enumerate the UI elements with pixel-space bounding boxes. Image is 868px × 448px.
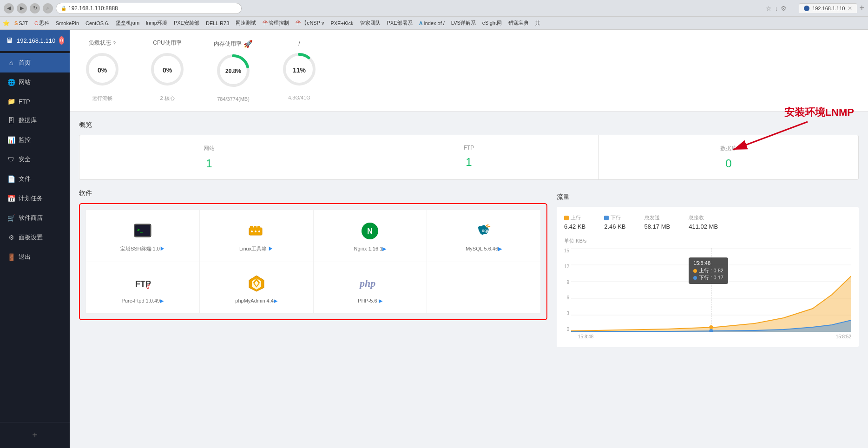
bookmark-dell[interactable]: DELL R73 (203, 20, 232, 27)
bookmark-label: 【eNSP v (302, 20, 324, 26)
bookmark-centos[interactable]: CentOS 6. (83, 20, 112, 27)
home-button[interactable]: ⌂ (43, 3, 53, 13)
traffic-stats-row: 上行 6.42 KB 下行 2.46 KB (564, 214, 851, 230)
bookmark-lnmp[interactable]: lnmp环境 (143, 19, 170, 27)
bookmark-pxe-install[interactable]: PXE安装部 (171, 19, 202, 27)
overview-website-label: 网站 (89, 145, 329, 152)
sidebar-item-label: 计划任务 (19, 194, 43, 203)
sidebar-item-home[interactable]: ⌂ 首页 (0, 53, 70, 72)
bookmark-speedtest[interactable]: 网速测试 (233, 19, 259, 27)
url-text: 192.168.1.110:8888 (68, 5, 118, 12)
bookmarks-icon: ⭐ (3, 20, 10, 26)
sidebar-item-label: 网站 (19, 78, 31, 86)
rocket-icon: 🚀 (243, 40, 253, 48)
gauge-mem: 20.8% (215, 52, 252, 91)
settings-icon[interactable]: ⚙ (781, 5, 787, 12)
bookmark-sjt[interactable]: S SJT (12, 20, 31, 27)
bookmark-mgmt[interactable]: 华 管理控制 (260, 19, 292, 27)
overview-ftp-label: FTP (349, 145, 589, 151)
sidebar-item-store[interactable]: 🛒 软件商店 (0, 208, 70, 228)
sidebar-add-button[interactable]: + (0, 422, 70, 448)
nginx-icon: N (359, 220, 381, 242)
bookmark-hunter[interactable]: 猎寇宝典 (506, 19, 532, 27)
bookmark-more[interactable]: 其 (533, 19, 543, 27)
shield-icon: 🛡 (7, 156, 15, 163)
refresh-button[interactable]: ↻ (30, 3, 40, 13)
software-linux-tools-label: Linux工具箱 ▶ (239, 245, 273, 252)
gauge-cpu: 0% (149, 51, 186, 89)
software-item-ssh[interactable]: >_ 宝塔SSH终端 1.0▶ (86, 210, 199, 262)
ftpd-icon: FTP d (132, 272, 154, 294)
software-mysql-label: MySQL 5.6.46▶ (466, 246, 502, 252)
stats-bar: 负载状态 ? 0% 运行流畅 CPU使用率 (70, 30, 868, 112)
star-icon[interactable]: ☆ (766, 5, 772, 12)
overview-title: 概览 (79, 121, 859, 129)
sidebar-item-security[interactable]: 🛡 安全 (0, 150, 70, 169)
bookmark-label: eSight网 (482, 20, 502, 26)
sidebar-item-database[interactable]: 🗄 数据库 (0, 111, 70, 130)
sidebar-item-files[interactable]: 📄 文件 (0, 169, 70, 189)
sidebar-item-monitor[interactable]: 📊 监控 (0, 130, 70, 150)
chart-y-axis: 15 12 9 6 3 0 (564, 248, 571, 332)
x-label-end: 15:8:52 (836, 334, 851, 339)
software-item-phpmyadmin[interactable]: phpMyAdmin 4.4▶ (200, 262, 313, 313)
overview-card-db[interactable]: 数据库 0 (599, 135, 858, 179)
sidebar-item-ftp[interactable]: 📁 FTP (0, 92, 70, 111)
files-icon: 📄 (7, 175, 15, 183)
svg-point-16 (255, 231, 256, 232)
sidebar-item-logout[interactable]: 🚪 退出 (0, 247, 70, 267)
bookmark-label: PXE安装部 (174, 20, 199, 26)
software-item-php[interactable]: php PHP-5.6 ▶ (314, 262, 427, 313)
bookmark-jumpserver[interactable]: 堡垒机jum (113, 19, 142, 27)
ftp-icon: 📁 (7, 98, 15, 105)
home-icon: ⌂ (7, 59, 15, 66)
bookmark-guanjia[interactable]: 管家团队 (357, 19, 383, 27)
overview-website-value: 1 (89, 157, 329, 170)
bookmark-cisco[interactable]: C 思科 (32, 19, 52, 27)
software-item-mysql[interactable]: SQL MySQL 5.6.46▶ (427, 210, 540, 262)
bookmark-ensp[interactable]: 华 【eNSP v (293, 19, 327, 27)
gauge-disk-text: 11% (293, 66, 306, 74)
bookmark-label: lnmp环境 (146, 20, 167, 26)
bookmark-lvs[interactable]: LVS详解系 (448, 19, 479, 27)
svg-text:N: N (368, 227, 373, 235)
sidebar-item-cron[interactable]: 📅 计划任务 (0, 189, 70, 208)
monitor-icon: 📊 (7, 136, 15, 144)
traffic-stat-total-recv: 总接收 411.02 MB (689, 214, 718, 230)
sidebar-item-panel-settings[interactable]: ⚙ 面板设置 (0, 228, 70, 247)
traffic-total-recv-label: 总接收 (689, 214, 718, 221)
chart-unit-label: 单位:KB/s (564, 237, 851, 244)
overview-card-ftp[interactable]: FTP 1 (339, 135, 598, 179)
bookmark-index[interactable]: A Index of / (416, 20, 447, 27)
forward-button[interactable]: ▶ (17, 3, 27, 13)
active-tab[interactable]: 192.168.1.110 ✕ (799, 3, 857, 13)
url-bar[interactable]: 🔒 192.168.1.110:8888 (56, 3, 242, 14)
notification-badge: 0 (59, 36, 64, 45)
question-icon[interactable]: ? (113, 40, 116, 46)
svg-text:>_: >_ (137, 227, 143, 233)
new-tab-button[interactable]: + (859, 3, 864, 13)
store-icon: 🛒 (7, 214, 15, 222)
svg-rect-13 (254, 226, 256, 229)
bookmark-label: 管家团队 (360, 20, 381, 26)
software-section: >_ 宝塔SSH终端 1.0▶ (79, 203, 547, 320)
bookmark-esight[interactable]: eSight网 (480, 19, 505, 27)
svg-rect-12 (250, 226, 253, 229)
overview-card-website[interactable]: 网站 1 (79, 135, 339, 179)
bookmark-pxe-kick[interactable]: PXE+Kick (328, 20, 356, 27)
software-item-ftpd[interactable]: FTP d Pure-Ftpd 1.0.49▶ (86, 262, 199, 313)
download-icon[interactable]: ↓ (775, 5, 778, 12)
stat-cpu-label: CPU使用率 (153, 39, 181, 47)
sidebar-item-website[interactable]: 🌐 网站 (0, 72, 70, 92)
bookmark-smokepin[interactable]: SmokePin (53, 20, 82, 27)
gauge-cpu-text: 0% (163, 66, 172, 74)
bookmark-label: SJT (19, 20, 28, 26)
back-button[interactable]: ◀ (4, 3, 14, 13)
software-item-linux-tools[interactable]: Linux工具箱 ▶ (200, 210, 313, 262)
database-icon: 🗄 (7, 117, 15, 124)
software-item-nginx[interactable]: N Nginx 1.16.1▶ (314, 210, 427, 262)
stat-mem: 内存使用率 🚀 20.8% 784/3774(MB) (214, 40, 253, 102)
bookmark-pxe-deploy[interactable]: PXE部署系 (384, 19, 415, 27)
stat-disk: / 11% 4.3G/41G (281, 40, 318, 100)
main-content: 负载状态 ? 0% 运行流畅 CPU使用率 (70, 30, 868, 448)
